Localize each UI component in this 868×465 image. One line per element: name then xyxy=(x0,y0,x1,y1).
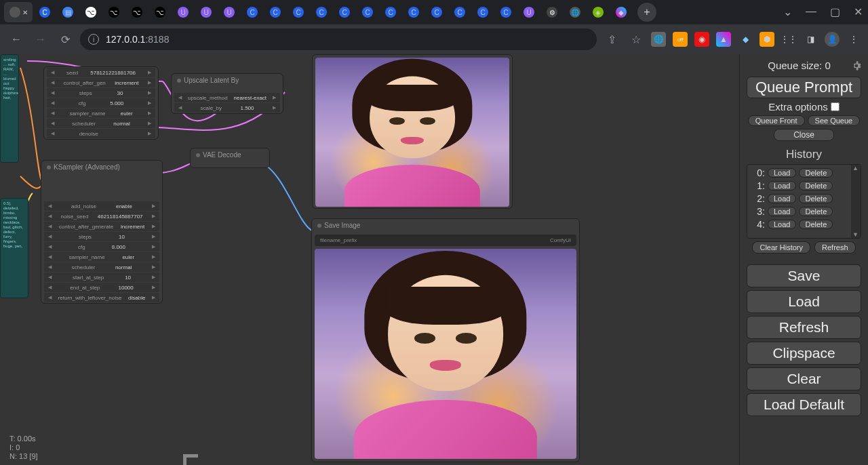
history-delete-button[interactable]: Delete xyxy=(799,194,833,203)
save-button[interactable]: Save xyxy=(747,264,861,287)
close-window-icon[interactable]: ✕ xyxy=(854,5,863,18)
maximize-icon[interactable]: ▢ xyxy=(830,5,840,18)
bookmark-icon[interactable]: ☆ xyxy=(627,30,646,49)
clipspace-button[interactable]: Clipspace xyxy=(747,342,861,365)
queue-front-button[interactable]: Queue Front xyxy=(748,115,805,126)
history-load-button[interactable]: Load xyxy=(768,220,796,229)
tab-9[interactable]: U xyxy=(218,2,240,22)
ksampler-advanced-node[interactable]: KSampler (Advanced) ◀add_noiseenable▶◀no… xyxy=(41,160,163,304)
tab-12[interactable]: C xyxy=(288,2,309,22)
settings-gear-icon[interactable] xyxy=(852,61,861,70)
tab-3[interactable]: ⌥ xyxy=(80,2,102,22)
extra-options[interactable]: Extra options xyxy=(747,101,861,113)
forward-button[interactable]: → xyxy=(31,30,50,49)
node-param-row[interactable]: ◀start_at_step10▶ xyxy=(44,272,159,282)
tab-13[interactable]: C xyxy=(311,2,332,22)
filename-prefix-field[interactable]: filename_prefix ComfyUI xyxy=(315,235,576,246)
node-param-row[interactable]: ◀seed578121221881706▶ xyxy=(47,68,155,77)
node-param-row[interactable]: ◀add_noiseenable▶ xyxy=(44,201,159,211)
tab-11[interactable]: C xyxy=(264,2,286,22)
ext-off-icon[interactable]: off xyxy=(673,32,688,47)
tab-7[interactable]: U xyxy=(172,2,194,22)
tab-1[interactable]: C xyxy=(34,2,56,22)
ext-gem-icon[interactable]: ◆ xyxy=(738,32,753,47)
tab-15[interactable]: C xyxy=(357,2,378,22)
node-param-row[interactable]: ◀sampler_nameeuler▶ xyxy=(44,252,159,262)
tab-4[interactable]: ⌥ xyxy=(103,2,125,22)
node-param-row[interactable]: ◀steps10▶ xyxy=(44,232,159,241)
tab-26[interactable]: ◆ xyxy=(610,2,632,22)
see-queue-button[interactable]: See Queue xyxy=(808,115,861,126)
node-param-row[interactable]: ◀return_with_leftover_noisedisable▶ xyxy=(44,293,159,302)
node-param-row[interactable]: ◀sampler_nameeuler▶ xyxy=(47,108,155,118)
reload-button[interactable]: ⟳ xyxy=(56,30,75,49)
profile-icon[interactable]: 👤 xyxy=(825,32,840,47)
node-canvas[interactable]: smiling ... soft, RAW, ... blurred out h… xyxy=(0,54,739,465)
tab-24[interactable]: 🌐 xyxy=(564,2,586,22)
tab-20[interactable]: C xyxy=(472,2,494,22)
history-load-button[interactable]: Load xyxy=(768,194,796,203)
history-delete-button[interactable]: Delete xyxy=(799,207,833,216)
sidepanel-icon[interactable]: ◨ xyxy=(803,32,818,47)
tab-5[interactable]: ⌥ xyxy=(126,2,148,22)
tab-23[interactable]: ⚙ xyxy=(541,2,563,22)
node-param-row[interactable]: ◀schedulernormal▶ xyxy=(47,119,155,128)
node-param-row[interactable]: ◀control_after_generateincrement▶ xyxy=(44,222,159,231)
back-button[interactable]: ← xyxy=(7,30,26,49)
tab-25[interactable]: ◈ xyxy=(587,2,609,22)
vae-decode-node[interactable]: VAE Decode xyxy=(190,148,270,168)
ext-rainbow-icon[interactable]: ▲ xyxy=(716,32,731,47)
site-info-icon[interactable]: i xyxy=(88,34,99,45)
preview-image-node[interactable] xyxy=(312,54,513,209)
tab-8[interactable]: U xyxy=(195,2,217,22)
ext-orange-icon[interactable]: ⬢ xyxy=(760,32,774,47)
refresh-button[interactable]: Refresh xyxy=(747,316,861,339)
clear-history-button[interactable]: Clear History xyxy=(752,241,810,254)
ksampler-node-1[interactable]: ◀seed578121221881706▶◀control_after_geni… xyxy=(43,66,159,140)
extensions-icon[interactable]: ⋮⋮ xyxy=(781,32,796,47)
queue-prompt-button[interactable]: Queue Prompt xyxy=(747,77,861,98)
extra-options-checkbox[interactable] xyxy=(831,102,840,111)
history-delete-button[interactable]: Delete xyxy=(799,181,833,190)
node-param-row[interactable]: ◀cfg5.000▶ xyxy=(47,98,155,108)
ext-red-icon[interactable]: ◉ xyxy=(694,32,709,47)
tab-16[interactable]: C xyxy=(380,2,401,22)
history-list[interactable]: 0: Load Delete 1: Load Delete 2: Load De… xyxy=(747,164,861,239)
tab-6[interactable]: ⌥ xyxy=(149,2,171,22)
tab-22[interactable]: U xyxy=(518,2,540,22)
new-tab-button[interactable]: + xyxy=(637,3,656,22)
history-delete-button[interactable]: Delete xyxy=(799,220,833,229)
tab-19[interactable]: C xyxy=(449,2,471,22)
refresh-history-button[interactable]: Refresh xyxy=(814,241,856,254)
node-param-row[interactable]: ◀noise_seed462118145887707▶ xyxy=(44,211,159,221)
prompt-positive-node[interactable]: smiling ... soft, RAW, ... blurred out h… xyxy=(0,54,19,163)
tab-18[interactable]: C xyxy=(426,2,448,22)
clear-button[interactable]: Clear xyxy=(747,367,861,390)
history-delete-button[interactable]: Delete xyxy=(799,168,833,178)
node-param-row[interactable]: ◀upscale_methodnearest-exact▶ xyxy=(174,93,280,102)
node-param-row[interactable]: ◀end_at_step10000▶ xyxy=(44,283,159,292)
tab-10[interactable]: C xyxy=(241,2,263,22)
tab-2[interactable]: ▤ xyxy=(57,2,79,22)
node-param-row[interactable]: ◀schedulernormal▶ xyxy=(44,262,159,272)
node-param-row[interactable]: ◀scale_by1.500▶ xyxy=(174,103,280,113)
tab-14[interactable]: C xyxy=(334,2,355,22)
share-icon[interactable]: ⇪ xyxy=(602,30,621,49)
tab-21[interactable]: C xyxy=(495,2,517,22)
node-param-row[interactable]: ◀steps30▶ xyxy=(47,88,155,98)
upscale-latent-node[interactable]: Upscale Latent By ◀upscale_methodnearest… xyxy=(171,73,283,114)
close-button[interactable]: Close xyxy=(774,129,834,141)
active-tab[interactable]: ✕ xyxy=(4,2,33,22)
prompt-negative-node[interactable]: 0.5], detailed, bimbo, missing necklace,… xyxy=(0,198,28,298)
history-load-button[interactable]: Load xyxy=(768,168,796,178)
menu-icon[interactable]: ⋮ xyxy=(846,32,861,47)
load-button[interactable]: Load xyxy=(747,290,861,313)
load-default-button[interactable]: Load Default xyxy=(747,393,861,416)
node-param-row[interactable]: ◀control_after_genincrement▶ xyxy=(47,78,155,87)
tabs-dropdown-icon[interactable]: ⌄ xyxy=(783,5,792,18)
node-param-row[interactable]: ◀cfg8.000▶ xyxy=(44,242,159,251)
history-load-button[interactable]: Load xyxy=(768,207,796,216)
address-bar[interactable]: i 127.0.0.1:8188 xyxy=(80,28,597,50)
minimize-icon[interactable]: — xyxy=(806,5,816,18)
tab-17[interactable]: C xyxy=(403,2,425,22)
